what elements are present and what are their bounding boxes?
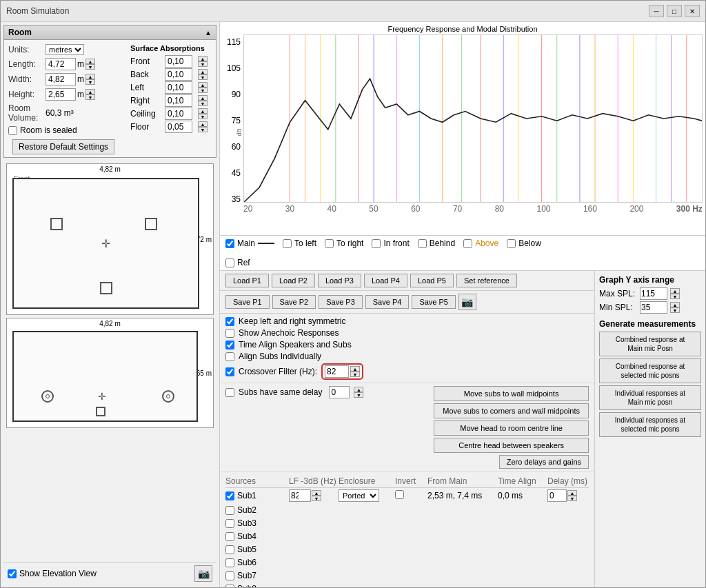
right-absorption-input[interactable] xyxy=(165,94,192,107)
individual-main-btn[interactable]: Individual responses atMain mic posn xyxy=(599,385,701,410)
ceiling-up[interactable]: ▲ xyxy=(198,108,208,114)
sub3-checkbox[interactable] xyxy=(225,519,234,528)
sub1-checkbox[interactable] xyxy=(225,491,234,500)
move-head-centre-btn[interactable]: Move head to room centre line xyxy=(434,420,589,436)
height-input[interactable] xyxy=(46,88,76,101)
length-input[interactable] xyxy=(46,58,76,70)
align-subs-checkbox[interactable] xyxy=(225,352,234,361)
ceiling-absorption-input[interactable] xyxy=(165,108,192,120)
left-up[interactable]: ▲ xyxy=(198,82,208,88)
close-button[interactable]: ✕ xyxy=(685,5,700,17)
floor-absorption-input[interactable] xyxy=(165,121,192,133)
room-sealed-checkbox[interactable] xyxy=(8,126,17,135)
max-spl-up[interactable]: ▲ xyxy=(670,288,680,294)
max-spl-input[interactable] xyxy=(640,287,667,300)
show-anechoic-checkbox[interactable] xyxy=(225,329,234,338)
right-down[interactable]: ▼ xyxy=(198,101,208,106)
left-down[interactable]: ▼ xyxy=(198,88,208,93)
height-up[interactable]: ▲ xyxy=(85,89,95,94)
restore-defaults-button[interactable]: Restore Default Settings xyxy=(12,139,114,154)
legend-toright-checkbox[interactable] xyxy=(325,239,334,248)
floor-up[interactable]: ▲ xyxy=(198,121,208,127)
length-up[interactable]: ▲ xyxy=(85,59,95,64)
legend-below-checkbox[interactable] xyxy=(507,239,516,248)
back-down[interactable]: ▼ xyxy=(198,74,208,80)
move-corners-btn[interactable]: Move subs to corners and wall midpoints xyxy=(434,403,589,418)
sub1-enclosure-select[interactable]: PortedSealed xyxy=(339,489,379,502)
move-wall-midpoints-btn[interactable]: Move subs to wall midpoints xyxy=(434,386,589,401)
time-align-checkbox[interactable] xyxy=(225,341,234,349)
load-p4-button[interactable]: Load P4 xyxy=(364,274,407,287)
legend-above-checkbox[interactable] xyxy=(463,239,472,248)
save-p3-button[interactable]: Save P3 xyxy=(319,295,363,309)
crossover-down[interactable]: ▼ xyxy=(350,372,360,377)
front-absorption-input[interactable] xyxy=(165,55,192,68)
front-down[interactable]: ▼ xyxy=(198,61,208,67)
elevation-camera-btn[interactable]: 📷 xyxy=(194,565,212,582)
save-p2-button[interactable]: Save P2 xyxy=(272,295,316,309)
keep-symmetric-checkbox[interactable] xyxy=(225,317,234,326)
save-camera-button[interactable]: 📷 xyxy=(458,294,476,310)
load-p2-button[interactable]: Load P2 xyxy=(272,274,315,287)
max-spl-down[interactable]: ▼ xyxy=(670,294,680,299)
width-down[interactable]: ▼ xyxy=(85,79,95,85)
save-p1-button[interactable]: Save P1 xyxy=(225,295,270,309)
length-spinner[interactable]: ▲ ▼ xyxy=(85,59,95,70)
crossover-checkbox[interactable] xyxy=(225,367,234,376)
show-elevation-checkbox[interactable] xyxy=(8,569,17,578)
sub4-checkbox[interactable] xyxy=(225,532,234,541)
sub1-lf-input[interactable] xyxy=(289,489,311,502)
set-reference-button[interactable]: Set reference xyxy=(456,274,517,287)
sub5-checkbox[interactable] xyxy=(225,545,234,554)
same-delay-input[interactable] xyxy=(329,386,350,398)
crossover-spinner[interactable]: ▲ ▼ xyxy=(350,366,360,377)
room-section-header: Room ▲ xyxy=(4,26,216,40)
sub7-checkbox[interactable] xyxy=(225,571,234,580)
maximize-button[interactable]: □ xyxy=(667,5,682,17)
legend-behind-checkbox[interactable] xyxy=(418,239,427,248)
left-absorption-input[interactable] xyxy=(165,81,192,94)
load-p3-button[interactable]: Load P3 xyxy=(318,274,361,287)
sub-side-square xyxy=(96,407,105,416)
back-up[interactable]: ▲ xyxy=(198,69,208,74)
combined-main-btn[interactable]: Combined response atMain mic Posn xyxy=(599,332,701,356)
right-up[interactable]: ▲ xyxy=(198,95,208,101)
crossover-up[interactable]: ▲ xyxy=(350,366,360,372)
height-spinner[interactable]: ▲ ▼ xyxy=(85,89,95,100)
front-up[interactable]: ▲ xyxy=(198,56,208,61)
sub1-invert-checkbox[interactable] xyxy=(395,490,404,499)
legend-ref-checkbox[interactable] xyxy=(225,258,234,267)
width-input[interactable] xyxy=(46,73,76,85)
crossover-input[interactable] xyxy=(325,365,349,378)
ceiling-down[interactable]: ▼ xyxy=(198,114,208,119)
combined-selected-btn[interactable]: Combined response atselected mic posns xyxy=(599,358,701,383)
height-down[interactable]: ▼ xyxy=(85,94,95,100)
width-up[interactable]: ▲ xyxy=(85,74,95,79)
sub8-checkbox[interactable] xyxy=(225,585,234,588)
sub6-checkbox[interactable] xyxy=(225,558,234,567)
save-p4-button[interactable]: Save P4 xyxy=(365,295,410,309)
min-spl-up[interactable]: ▲ xyxy=(670,302,680,307)
zero-delays-btn[interactable]: Zero delays and gains xyxy=(499,455,589,469)
show-elevation-label: Show Elevation View xyxy=(19,569,97,578)
legend-main-checkbox[interactable] xyxy=(225,239,234,248)
legend-toleft-checkbox[interactable] xyxy=(283,239,292,248)
room-collapse-btn[interactable]: ▲ xyxy=(205,29,212,37)
sub2-checkbox[interactable] xyxy=(225,506,234,515)
min-spl-input[interactable] xyxy=(640,301,667,314)
save-p5-button[interactable]: Save P5 xyxy=(412,295,456,309)
load-p5-button[interactable]: Load P5 xyxy=(410,274,454,287)
sub1-delay-input[interactable] xyxy=(547,489,567,502)
minimize-button[interactable]: ─ xyxy=(649,5,664,17)
load-p1-button[interactable]: Load P1 xyxy=(225,274,269,287)
centre-head-btn[interactable]: Centre head between speakers xyxy=(434,438,589,453)
floor-down[interactable]: ▼ xyxy=(198,127,208,132)
legend-infront-checkbox[interactable] xyxy=(372,239,381,248)
units-select[interactable]: metres feet xyxy=(46,44,84,55)
back-absorption-input[interactable] xyxy=(165,68,192,81)
width-spinner[interactable]: ▲ ▼ xyxy=(85,74,95,85)
length-down[interactable]: ▼ xyxy=(85,64,95,70)
same-delay-checkbox[interactable] xyxy=(225,388,234,397)
individual-selected-btn[interactable]: Individual responses atselected mic posn… xyxy=(599,412,701,437)
min-spl-down[interactable]: ▼ xyxy=(670,307,680,313)
